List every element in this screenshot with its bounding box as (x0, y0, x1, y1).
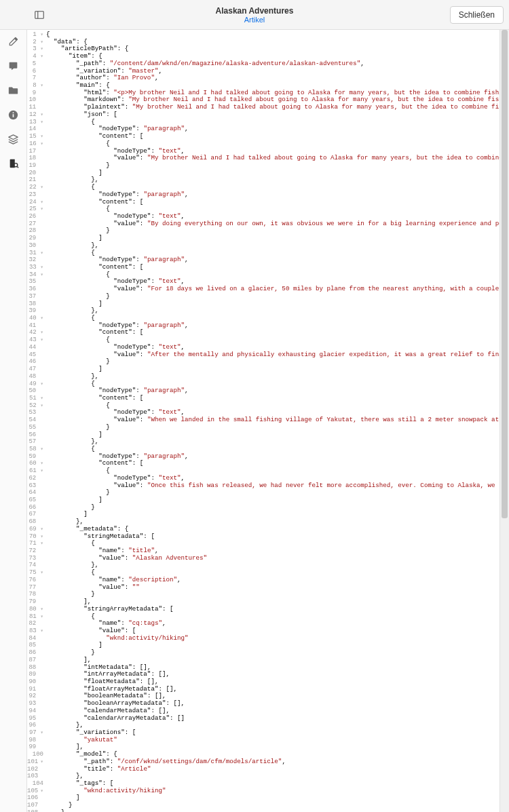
preview-icon[interactable] (6, 156, 21, 171)
close-button[interactable]: Schließen (450, 6, 504, 24)
svg-point-4 (13, 112, 14, 113)
line-gutter: 1 ▾2 ▾3 ▾4 ▾5 6 7 8 ▾9 10 11 12 ▾13 ▾14 … (27, 30, 46, 812)
toggle-panel-button[interactable] (30, 5, 49, 24)
layers-icon[interactable] (6, 132, 21, 147)
app-header: Alaskan Adventures Artikel Schließen (0, 0, 509, 30)
left-rail (0, 30, 27, 812)
folder-icon[interactable] (6, 83, 21, 98)
info-icon[interactable] (6, 107, 21, 122)
svg-rect-3 (13, 114, 14, 117)
scrollbar-thumb[interactable] (502, 30, 508, 518)
comment-icon[interactable] (6, 58, 21, 73)
code-editor[interactable]: 1 ▾2 ▾3 ▾4 ▾5 6 7 8 ▾9 10 11 12 ▾13 ▾14 … (27, 30, 509, 812)
page-title: Alaskan Adventures (216, 6, 294, 16)
title-area: Alaskan Adventures Artikel (216, 6, 294, 24)
edit-icon[interactable] (6, 34, 21, 49)
svg-rect-0 (35, 11, 43, 18)
code-content[interactable]: { "data": { "articleByPath": { "item": {… (46, 30, 499, 812)
vertical-scrollbar[interactable] (499, 30, 509, 812)
page-subtitle[interactable]: Artikel (216, 16, 294, 24)
